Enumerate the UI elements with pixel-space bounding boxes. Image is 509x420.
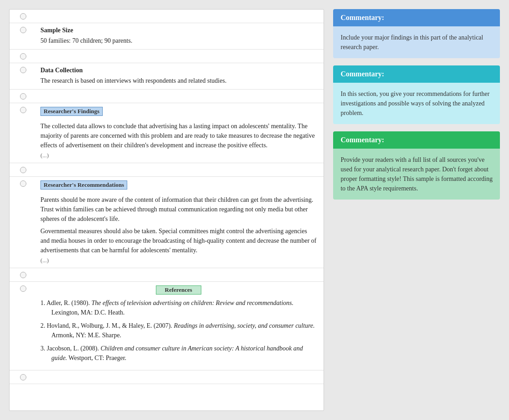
data-collection-heading: Data Collection xyxy=(40,67,316,74)
row-empty-bottom xyxy=(10,370,324,384)
row-empty-top xyxy=(10,10,324,23)
recommendations-ellipsis: (...) xyxy=(40,257,316,264)
commentary-card-findings: Commentary: Include your major findings … xyxy=(333,9,500,58)
bullet-col xyxy=(10,23,37,33)
recommendations-text-1: Parents should be more aware of the cont… xyxy=(40,195,316,224)
row-references: References 1. Adler, R. (1980). The effe… xyxy=(10,282,324,370)
row-empty-2 xyxy=(10,90,324,103)
bullet-col xyxy=(10,50,37,60)
ref3-after: Westport, CT: Praeger. xyxy=(67,355,127,361)
bullet-icon xyxy=(20,93,26,100)
commentary-header-findings: Commentary: xyxy=(333,9,500,26)
ref1-num: 1. xyxy=(40,300,46,306)
bullet-icon xyxy=(20,53,26,60)
bullet-icon xyxy=(20,167,26,173)
bullet-col xyxy=(10,10,37,20)
data-collection-text: The research is based on interviews with… xyxy=(40,76,316,85)
commentary-body-references: Provide your readers with a full list of… xyxy=(333,149,500,200)
row-findings: Researcher's Findings The collected data… xyxy=(10,103,324,163)
ref2-before: Hovland, R., Wolburg, J. M., & Haley, E.… xyxy=(47,322,174,329)
reference-item-2: 2. Hovland, R., Wolburg, J. M., & Haley,… xyxy=(40,321,316,340)
commentary-panel: Commentary: Include your major findings … xyxy=(333,9,500,411)
ref3-before: Jacobson, L. (2008). xyxy=(47,345,100,352)
findings-ellipsis: (...) xyxy=(40,152,316,159)
ref2-italic: Readings in advertising, society, and co… xyxy=(174,322,314,329)
sample-size-heading: Sample Size xyxy=(40,27,316,34)
reference-item-3: 3. Jacobson, L. (2008). Children and con… xyxy=(40,344,316,363)
bullet-col xyxy=(10,370,37,380)
references-list: 1. Adler, R. (1980). The effects of tele… xyxy=(40,298,316,363)
ref3-num: 3. xyxy=(40,345,47,352)
row-sample-size: Sample Size 50 families: 70 children; 90… xyxy=(10,23,324,50)
commentary-body-recommendations: In this section, you give your recommend… xyxy=(333,83,500,124)
bullet-col xyxy=(10,282,37,292)
bullet-col xyxy=(10,177,37,187)
row-recommendations: Researcher's Recommendations Parents sho… xyxy=(10,177,324,268)
row-empty-4 xyxy=(10,268,324,282)
commentary-body-findings: Include your major findings in this part… xyxy=(333,26,500,58)
commentary-header-recommendations: Commentary: xyxy=(333,65,500,83)
ref1-italic: The effects of television advertising on… xyxy=(91,300,294,306)
main-document: Sample Size 50 families: 70 children; 90… xyxy=(9,9,324,411)
recommendations-text-2: Governmental measures should also be tak… xyxy=(40,226,316,255)
references-heading-wrapper: References xyxy=(40,285,316,295)
findings-text: The collected data allows to conclude th… xyxy=(40,121,316,150)
references-label: References xyxy=(156,285,201,295)
bullet-icon xyxy=(20,285,26,292)
commentary-card-recommendations: Commentary: In this section, you give yo… xyxy=(333,65,500,124)
row-data-collection: Data Collection The research is based on… xyxy=(10,63,324,90)
bullet-icon xyxy=(20,180,26,187)
row-empty-3 xyxy=(10,163,324,177)
recommendations-label: Researcher's Recommendations xyxy=(40,180,127,190)
ref1-after: Lexington, MA: D.C. Heath. xyxy=(51,309,125,316)
bullet-icon xyxy=(20,67,26,73)
bullet-icon xyxy=(20,13,26,20)
commentary-header-references: Commentary: xyxy=(333,131,500,149)
ref1-before: Adler, R. (1980). xyxy=(46,300,91,306)
bullet-icon xyxy=(20,374,26,380)
bullet-col xyxy=(10,90,37,100)
commentary-card-references: Commentary: Provide your readers with a … xyxy=(333,131,500,200)
bullet-col xyxy=(10,268,37,278)
bullet-icon xyxy=(20,27,26,33)
bullet-icon xyxy=(20,107,26,113)
findings-label: Researcher's Findings xyxy=(40,107,103,116)
bullet-col xyxy=(10,103,37,113)
bullet-col xyxy=(10,163,37,173)
bullet-col xyxy=(10,63,37,73)
row-empty-1 xyxy=(10,50,324,63)
ref2-num: 2. xyxy=(40,322,47,329)
reference-item-1: 1. Adler, R. (1980). The effects of tele… xyxy=(40,298,316,317)
bullet-icon xyxy=(20,272,26,278)
sample-size-text: 50 families: 70 children; 90 parents. xyxy=(40,36,316,45)
ref2-after: Armonk, NY: M.E. Sharpe. xyxy=(51,332,121,339)
